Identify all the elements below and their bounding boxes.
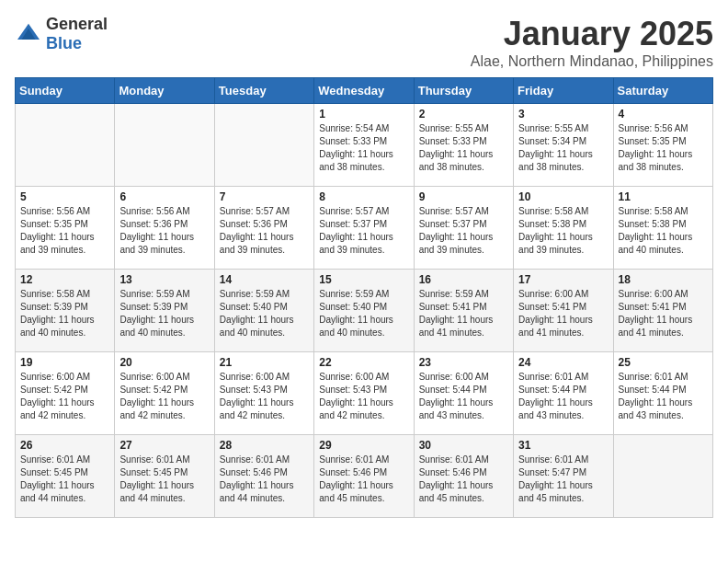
day-info: Sunrise: 5:55 AMSunset: 5:33 PMDaylight:… [419, 122, 508, 174]
calendar-cell [214, 104, 313, 187]
month-title: January 2025 [471, 15, 713, 53]
calendar-cell [613, 435, 712, 518]
day-number: 8 [319, 190, 408, 203]
day-info: Sunrise: 6:00 AMSunset: 5:42 PMDaylight:… [20, 371, 109, 422]
calendar-cell: 19Sunrise: 6:00 AMSunset: 5:42 PMDayligh… [16, 352, 115, 435]
calendar-cell: 28Sunrise: 6:01 AMSunset: 5:46 PMDayligh… [214, 435, 313, 518]
day-number: 30 [419, 439, 508, 452]
day-number: 13 [119, 273, 209, 286]
calendar-cell: 23Sunrise: 6:00 AMSunset: 5:44 PMDayligh… [414, 352, 513, 435]
calendar-cell: 27Sunrise: 6:01 AMSunset: 5:45 PMDayligh… [115, 435, 214, 518]
calendar-cell: 5Sunrise: 5:56 AMSunset: 5:35 PMDaylight… [16, 187, 115, 270]
day-number: 3 [518, 108, 608, 121]
day-info: Sunrise: 6:00 AMSunset: 5:42 PMDaylight:… [119, 371, 209, 422]
day-number: 11 [619, 190, 708, 203]
calendar-cell: 16Sunrise: 5:59 AMSunset: 5:41 PMDayligh… [414, 270, 513, 352]
calendar-cell: 3Sunrise: 5:55 AMSunset: 5:34 PMDaylight… [514, 104, 613, 187]
day-number: 1 [319, 108, 408, 121]
day-number: 22 [319, 356, 408, 369]
day-info: Sunrise: 5:57 AMSunset: 5:37 PMDaylight:… [319, 205, 408, 257]
day-info: Sunrise: 5:56 AMSunset: 5:35 PMDaylight:… [20, 205, 109, 257]
day-info: Sunrise: 5:56 AMSunset: 5:35 PMDaylight:… [619, 122, 708, 174]
day-info: Sunrise: 5:59 AMSunset: 5:41 PMDaylight:… [419, 288, 508, 339]
day-info: Sunrise: 6:00 AMSunset: 5:41 PMDaylight:… [518, 288, 608, 339]
calendar-cell: 21Sunrise: 6:00 AMSunset: 5:43 PMDayligh… [214, 352, 313, 435]
calendar-cell: 2Sunrise: 5:55 AMSunset: 5:33 PMDaylight… [414, 104, 513, 187]
logo-icon [15, 20, 42, 48]
calendar-cell: 18Sunrise: 6:00 AMSunset: 5:41 PMDayligh… [613, 270, 712, 352]
day-header-wednesday: Wednesday [314, 78, 414, 104]
calendar-cell: 8Sunrise: 5:57 AMSunset: 5:37 PMDaylight… [314, 187, 414, 270]
day-header-friday: Friday [514, 78, 613, 104]
day-info: Sunrise: 6:01 AMSunset: 5:46 PMDaylight:… [419, 454, 508, 505]
day-info: Sunrise: 6:01 AMSunset: 5:46 PMDaylight:… [319, 454, 408, 505]
day-info: Sunrise: 6:00 AMSunset: 5:43 PMDaylight:… [220, 371, 309, 422]
day-info: Sunrise: 5:56 AMSunset: 5:36 PMDaylight:… [119, 205, 209, 257]
day-info: Sunrise: 6:00 AMSunset: 5:43 PMDaylight:… [319, 371, 408, 422]
page-header: General Blue January 2025 Alae, Northern… [15, 15, 713, 70]
day-number: 28 [220, 439, 309, 452]
day-info: Sunrise: 5:55 AMSunset: 5:34 PMDaylight:… [518, 122, 608, 174]
day-number: 23 [419, 356, 508, 369]
day-number: 16 [419, 273, 508, 286]
day-info: Sunrise: 5:58 AMSunset: 5:38 PMDaylight:… [518, 205, 608, 257]
day-info: Sunrise: 6:01 AMSunset: 5:44 PMDaylight:… [518, 371, 608, 422]
day-number: 7 [220, 190, 309, 203]
day-number: 9 [419, 190, 508, 203]
day-header-sunday: Sunday [16, 78, 115, 104]
calendar-table: SundayMondayTuesdayWednesdayThursdayFrid… [15, 77, 713, 518]
day-header-tuesday: Tuesday [214, 78, 313, 104]
day-number: 2 [419, 108, 508, 121]
day-number: 4 [619, 108, 708, 121]
calendar-cell: 13Sunrise: 5:59 AMSunset: 5:39 PMDayligh… [115, 270, 214, 352]
logo: General Blue [15, 15, 108, 53]
day-number: 31 [518, 439, 608, 452]
calendar-cell: 6Sunrise: 5:56 AMSunset: 5:36 PMDaylight… [115, 187, 214, 270]
calendar-cell [115, 104, 214, 187]
day-info: Sunrise: 6:00 AMSunset: 5:44 PMDaylight:… [419, 371, 508, 422]
calendar-cell: 4Sunrise: 5:56 AMSunset: 5:35 PMDaylight… [613, 104, 712, 187]
day-info: Sunrise: 5:59 AMSunset: 5:40 PMDaylight:… [220, 288, 309, 339]
location-title: Alae, Northern Mindanao, Philippines [471, 53, 713, 70]
day-number: 20 [119, 356, 209, 369]
calendar-cell: 15Sunrise: 5:59 AMSunset: 5:40 PMDayligh… [314, 270, 414, 352]
calendar-cell: 24Sunrise: 6:01 AMSunset: 5:44 PMDayligh… [514, 352, 613, 435]
day-number: 27 [119, 439, 209, 452]
day-info: Sunrise: 6:01 AMSunset: 5:44 PMDaylight:… [619, 371, 708, 422]
day-number: 18 [619, 273, 708, 286]
calendar-cell: 11Sunrise: 5:58 AMSunset: 5:38 PMDayligh… [613, 187, 712, 270]
day-number: 6 [119, 190, 209, 203]
day-number: 29 [319, 439, 408, 452]
calendar-cell: 10Sunrise: 5:58 AMSunset: 5:38 PMDayligh… [514, 187, 613, 270]
calendar-cell: 14Sunrise: 5:59 AMSunset: 5:40 PMDayligh… [214, 270, 313, 352]
calendar-cell: 22Sunrise: 6:00 AMSunset: 5:43 PMDayligh… [314, 352, 414, 435]
calendar-cell [16, 104, 115, 187]
day-info: Sunrise: 5:58 AMSunset: 5:39 PMDaylight:… [20, 288, 109, 339]
day-info: Sunrise: 5:58 AMSunset: 5:38 PMDaylight:… [619, 205, 708, 257]
day-info: Sunrise: 5:59 AMSunset: 5:40 PMDaylight:… [319, 288, 408, 339]
day-header-monday: Monday [115, 78, 214, 104]
day-info: Sunrise: 6:01 AMSunset: 5:45 PMDaylight:… [119, 454, 209, 505]
day-info: Sunrise: 6:01 AMSunset: 5:46 PMDaylight:… [220, 454, 309, 505]
logo-text: General Blue [46, 15, 108, 53]
calendar-cell: 9Sunrise: 5:57 AMSunset: 5:37 PMDaylight… [414, 187, 513, 270]
week-row-3: 12Sunrise: 5:58 AMSunset: 5:39 PMDayligh… [16, 270, 713, 352]
calendar-cell: 31Sunrise: 6:01 AMSunset: 5:47 PMDayligh… [514, 435, 613, 518]
day-header-saturday: Saturday [613, 78, 712, 104]
calendar-cell: 7Sunrise: 5:57 AMSunset: 5:36 PMDaylight… [214, 187, 313, 270]
day-number: 12 [20, 273, 109, 286]
logo-general: General [46, 15, 108, 33]
calendar-cell: 20Sunrise: 6:00 AMSunset: 5:42 PMDayligh… [115, 352, 214, 435]
week-row-5: 26Sunrise: 6:01 AMSunset: 5:45 PMDayligh… [16, 435, 713, 518]
calendar-cell: 12Sunrise: 5:58 AMSunset: 5:39 PMDayligh… [16, 270, 115, 352]
day-number: 10 [518, 190, 608, 203]
day-number: 25 [619, 356, 708, 369]
day-number: 21 [220, 356, 309, 369]
days-header-row: SundayMondayTuesdayWednesdayThursdayFrid… [16, 78, 713, 104]
day-number: 14 [220, 273, 309, 286]
day-number: 26 [20, 439, 109, 452]
day-number: 5 [20, 190, 109, 203]
day-info: Sunrise: 5:57 AMSunset: 5:36 PMDaylight:… [220, 205, 309, 257]
day-info: Sunrise: 5:59 AMSunset: 5:39 PMDaylight:… [119, 288, 209, 339]
calendar-cell: 30Sunrise: 6:01 AMSunset: 5:46 PMDayligh… [414, 435, 513, 518]
